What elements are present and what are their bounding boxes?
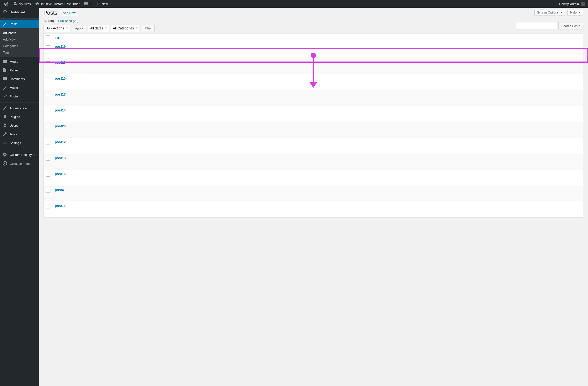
row-checkbox[interactable] <box>46 45 50 49</box>
menu-media[interactable]: Media <box>0 57 39 66</box>
screen-options-button[interactable]: Screen Options ▼ <box>534 10 565 16</box>
menu-appearance[interactable]: Appearance <box>0 104 39 112</box>
chevron-down-icon: ▼ <box>578 11 581 14</box>
menu-settings[interactable]: Settings <box>0 139 39 147</box>
title-column-header[interactable]: Title <box>55 36 61 40</box>
sliders-icon <box>2 141 7 145</box>
post-title-link[interactable]: post14 <box>55 108 66 112</box>
wp-logo[interactable] <box>2 0 11 8</box>
bulk-actions-select[interactable]: Bulk Actions <box>43 25 70 32</box>
row-checkbox[interactable] <box>46 77 50 81</box>
new-content[interactable]: New <box>93 0 110 8</box>
row-checkbox[interactable] <box>46 61 50 65</box>
collapse-icon <box>2 161 7 166</box>
avatar[interactable] <box>581 2 585 6</box>
post-title-link[interactable]: post18 <box>55 61 66 64</box>
post-title-link[interactable]: post12 <box>55 140 66 144</box>
plug-icon <box>2 114 7 119</box>
menu-pages[interactable]: Pages <box>0 66 39 75</box>
post-title-link[interactable]: post16 <box>55 172 66 176</box>
menu-comments[interactable]: Comments <box>0 75 39 83</box>
status-filters: All (20) | Published (20) <box>43 19 583 23</box>
table-row[interactable]: post19 <box>44 42 583 58</box>
admin-menu: Dashboard Posts All Posts Add New Catego… <box>0 8 39 223</box>
svg-point-1 <box>3 162 7 165</box>
collapse-menu[interactable]: Collapse menu <box>0 159 39 168</box>
row-checkbox[interactable] <box>46 93 50 97</box>
page-title: Posts <box>43 10 58 16</box>
menu-label: Pages <box>10 68 19 72</box>
menu-label: Media <box>10 60 18 63</box>
post-title-link[interactable]: post11 <box>55 204 66 208</box>
help-label: Help <box>570 11 577 14</box>
menu-plugins[interactable]: Plugins <box>0 112 39 121</box>
menu-music[interactable]: Music <box>0 83 39 92</box>
gear-icon <box>2 152 7 157</box>
site-name[interactable]: Intuitive Custom Post Order <box>33 0 82 8</box>
howdy-text[interactable]: Howdy, admin <box>559 2 579 6</box>
plus-icon <box>95 1 100 6</box>
pin-icon <box>2 94 7 99</box>
table-row[interactable]: post14 <box>44 106 583 122</box>
table-row[interactable]: post12 <box>44 138 583 154</box>
table-row[interactable]: post4 <box>44 185 583 202</box>
submenu-categories[interactable]: Categories <box>0 43 39 49</box>
menu-cpt[interactable]: Custom Post Type <box>0 150 39 159</box>
submenu-add-new[interactable]: Add New <box>0 36 39 43</box>
apply-button[interactable]: Apply <box>72 25 86 32</box>
table-row[interactable]: post16 <box>44 170 583 185</box>
search-posts-button[interactable]: Search Posts <box>558 22 583 29</box>
table-row[interactable]: post11 <box>44 202 583 217</box>
menu-photo[interactable]: Photo <box>0 92 39 101</box>
submenu-posts: All Posts Add New Categories Tags <box>0 28 39 57</box>
comments-count[interactable]: 0 <box>82 0 93 8</box>
admin-bar: My Sites Intuitive Custom Post Order 0 N… <box>0 0 588 8</box>
filter-all[interactable]: All (20) <box>43 19 54 23</box>
content-wrap: Screen Options ▼ Help ▼ Posts Add New Al… <box>39 0 588 223</box>
post-title-link[interactable]: post4 <box>55 188 64 192</box>
screen-options-label: Screen Options <box>537 11 559 14</box>
filter-button[interactable]: Filter <box>142 25 155 32</box>
row-checkbox[interactable] <box>46 173 50 177</box>
posts-table: Title post19post18post15post17post14post… <box>43 33 583 218</box>
help-button[interactable]: Help ▼ <box>567 10 583 16</box>
table-row[interactable]: post18 <box>44 58 583 74</box>
table-row[interactable]: post13 <box>44 154 583 170</box>
menu-posts[interactable]: Posts <box>0 20 39 28</box>
table-row[interactable]: post20 <box>44 122 583 138</box>
menu-dashboard[interactable]: Dashboard <box>0 8 39 16</box>
pin-icon <box>2 21 7 26</box>
submenu-all-posts[interactable]: All Posts <box>0 30 39 36</box>
post-title-link[interactable]: post20 <box>55 124 66 128</box>
search-input[interactable] <box>516 22 557 29</box>
comment-icon <box>84 1 88 6</box>
categories-select[interactable]: All Categories <box>111 25 140 32</box>
dashboard-icon <box>2 10 7 15</box>
menu-tools[interactable]: Tools <box>0 130 39 139</box>
pin-icon <box>2 85 7 90</box>
site-name-label: Intuitive Custom Post Order <box>41 2 80 6</box>
post-title-link[interactable]: post19 <box>55 45 66 48</box>
row-checkbox[interactable] <box>46 141 50 145</box>
post-title-link[interactable]: post15 <box>55 77 66 80</box>
row-checkbox[interactable] <box>46 125 50 129</box>
add-new-button[interactable]: Add New <box>60 10 78 16</box>
row-checkbox[interactable] <box>46 109 50 113</box>
select-all-checkbox[interactable] <box>46 36 50 39</box>
row-checkbox[interactable] <box>46 204 50 208</box>
menu-label: Comments <box>10 77 25 81</box>
row-checkbox[interactable] <box>46 157 50 161</box>
filter-published[interactable]: Published (20) <box>58 19 79 23</box>
post-title-link[interactable]: post13 <box>55 156 66 160</box>
menu-label: Plugins <box>10 115 20 119</box>
submenu-tags[interactable]: Tags <box>0 49 39 56</box>
dates-select[interactable]: All dates <box>88 25 109 32</box>
menu-label: Appearance <box>10 106 26 110</box>
my-sites[interactable]: My Sites <box>11 0 33 8</box>
table-row[interactable]: post17 <box>44 90 583 106</box>
post-title-link[interactable]: post17 <box>55 92 66 96</box>
menu-users[interactable]: Users <box>0 121 39 130</box>
table-row[interactable]: post15 <box>44 74 583 90</box>
row-checkbox[interactable] <box>46 189 50 193</box>
my-sites-label: My Sites <box>19 2 31 6</box>
